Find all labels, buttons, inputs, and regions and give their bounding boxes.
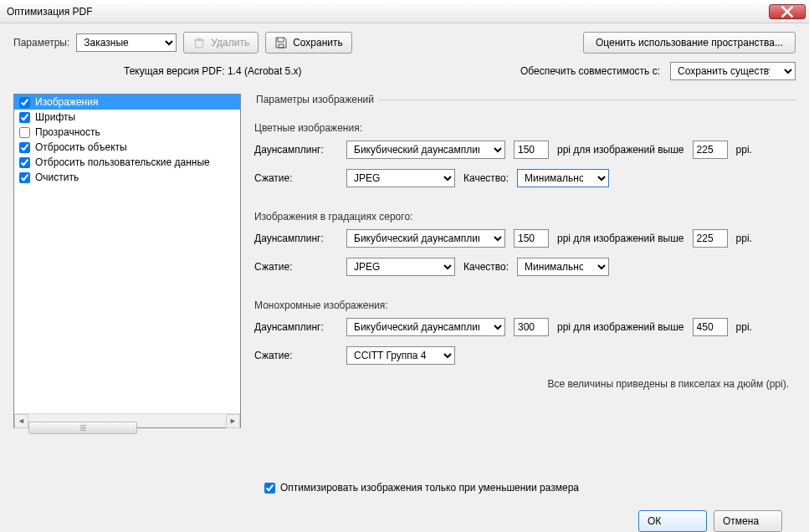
fieldset-legend: Параметры изображений xyxy=(251,94,379,105)
ppi-suffix: ppi. xyxy=(736,144,752,156)
list-checkbox[interactable] xyxy=(19,127,30,138)
color-compression-select[interactable]: JPEG xyxy=(346,169,455,187)
version-label: Текущая версия PDF: 1.4 (Acrobat 5.x) xyxy=(124,65,302,77)
delete-button[interactable]: Удалить xyxy=(183,32,259,54)
preset-select[interactable]: Заказные xyxy=(76,33,177,52)
bottom-area: Оптимизировать изображения только при ум… xyxy=(0,473,809,532)
color-section-title: Цветные изображения: xyxy=(254,122,796,134)
cancel-button[interactable]: Отмена xyxy=(714,510,782,532)
color-ppi-input[interactable] xyxy=(514,141,549,159)
downsample-label: Даунсамплинг: xyxy=(254,321,338,333)
ppi-suffix: ppi. xyxy=(736,321,752,333)
gray-compression-select[interactable]: JPEG xyxy=(346,258,455,276)
compression-label: Сжатие: xyxy=(254,261,338,273)
compat-label: Обеспечить совместимость с: xyxy=(520,65,660,77)
list-checkbox[interactable] xyxy=(19,142,30,153)
gray-ppi-input[interactable] xyxy=(514,229,549,248)
scroll-thumb[interactable] xyxy=(28,422,137,434)
audit-button[interactable]: Оценить использование пространства... xyxy=(583,32,796,54)
gray-downsample-select[interactable]: Бикубический даунсамплинг xyxy=(346,229,505,248)
version-row: Текущая версия PDF: 1.4 (Acrobat 5.x) Об… xyxy=(0,54,809,89)
list-item[interactable]: Шрифты xyxy=(14,110,240,125)
optimize-only-checkbox[interactable] xyxy=(264,483,275,494)
gray-quality-select[interactable]: Минимальное xyxy=(517,258,609,276)
ppi-note: Все величины приведены в пикселах на дюй… xyxy=(251,375,796,390)
save-button[interactable]: Сохранить xyxy=(265,32,352,54)
optimize-only-label: Оптимизировать изображения только при ум… xyxy=(280,482,579,494)
optimize-only-row: Оптимизировать изображения только при ум… xyxy=(264,482,796,494)
window-title: Оптимизация PDF xyxy=(3,6,93,18)
compression-label: Сжатие: xyxy=(254,172,338,184)
compression-label: Сжатие: xyxy=(254,350,338,361)
list-item[interactable]: Прозрачность xyxy=(14,125,240,140)
ppi-suffix: ppi. xyxy=(736,233,752,244)
list-item[interactable]: Очистить xyxy=(14,170,240,185)
scroll-right-icon[interactable]: ► xyxy=(226,414,240,428)
quality-label: Качество: xyxy=(463,172,509,184)
close-button[interactable] xyxy=(769,4,806,19)
compat-select[interactable]: Сохранить существующ xyxy=(670,62,796,80)
list-item[interactable]: Отбросить пользовательские данные xyxy=(14,155,240,170)
toolbar: Параметры: Заказные Удалить Сохранить Оц… xyxy=(0,23,809,54)
gray-compression-row: Сжатие: JPEG Качество: Минимальное xyxy=(254,258,796,276)
save-icon xyxy=(274,36,288,49)
category-listbox[interactable]: Изображения Шрифты Прозрачность Отбросит… xyxy=(13,94,241,428)
list-checkbox[interactable] xyxy=(19,97,30,108)
listbox-items: Изображения Шрифты Прозрачность Отбросит… xyxy=(14,95,240,413)
list-checkbox[interactable] xyxy=(19,172,30,183)
mono-compression-select[interactable]: CCITT Группа 4 xyxy=(346,346,455,365)
list-checkbox[interactable] xyxy=(19,157,30,168)
list-checkbox[interactable] xyxy=(19,112,30,123)
image-params-fieldset: Параметры изображений Цветные изображени… xyxy=(251,94,796,390)
color-quality-select[interactable]: Минимальное xyxy=(517,169,609,187)
titlebar: Оптимизация PDF xyxy=(0,0,809,23)
color-compression-row: Сжатие: JPEG Качество: Минимальное xyxy=(254,169,796,187)
scroll-left-icon[interactable]: ◄ xyxy=(14,414,28,428)
color-ppi-above-input[interactable] xyxy=(693,141,728,159)
color-downsample-select[interactable]: Бикубический даунсамплинг xyxy=(346,141,505,159)
downsample-label: Даунсамплинг: xyxy=(254,144,338,156)
params-label: Параметры: xyxy=(13,37,69,49)
mono-downsample-row: Даунсамплинг: Бикубический даунсамплинг … xyxy=(254,318,796,336)
mono-section-title: Монохромные изображения: xyxy=(254,299,796,311)
gray-ppi-above-input[interactable] xyxy=(693,229,728,248)
list-item[interactable]: Изображения xyxy=(14,95,240,110)
color-downsample-row: Даунсамплинг: Бикубический даунсамплинг … xyxy=(254,141,796,159)
close-icon xyxy=(781,5,794,18)
horizontal-scrollbar[interactable]: ◄ ► xyxy=(14,413,240,427)
quality-label: Качество: xyxy=(463,261,509,273)
mono-downsample-select[interactable]: Бикубический даунсамплинг xyxy=(346,318,505,336)
trash-icon xyxy=(192,36,206,49)
dialog-footer: ОК Отмена xyxy=(13,494,796,532)
ok-button[interactable]: ОК xyxy=(638,510,707,532)
gray-downsample-row: Даунсамплинг: Бикубический даунсамплинг … xyxy=(254,229,796,248)
main-area: Изображения Шрифты Прозрачность Отбросит… xyxy=(0,89,809,473)
mono-ppi-input[interactable] xyxy=(514,318,549,336)
gray-section-title: Изображения в градациях серого: xyxy=(254,211,796,223)
mono-ppi-above-input[interactable] xyxy=(693,318,728,336)
ppi-for-label: ppi для изображений выше xyxy=(557,321,684,333)
list-item[interactable]: Отбросить объекты xyxy=(14,140,240,155)
ppi-for-label: ppi для изображений выше xyxy=(557,144,684,156)
ppi-for-label: ppi для изображений выше xyxy=(557,233,684,244)
mono-compression-row: Сжатие: CCITT Группа 4 xyxy=(254,346,796,365)
downsample-label: Даунсамплинг: xyxy=(254,233,338,244)
settings-panel: Параметры изображений Цветные изображени… xyxy=(251,94,796,473)
